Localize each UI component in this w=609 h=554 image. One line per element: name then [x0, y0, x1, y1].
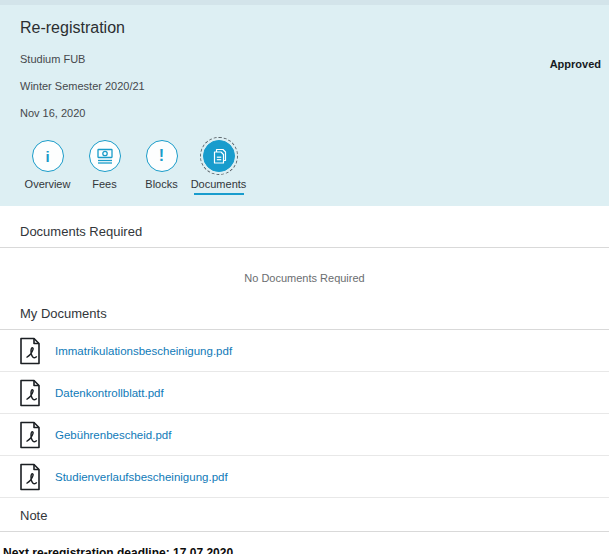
- tab-overview[interactable]: i Overview: [19, 140, 76, 200]
- document-link[interactable]: Gebührenbescheid.pdf: [55, 429, 171, 441]
- pdf-icon: [18, 337, 42, 365]
- program-label: Studium FUB: [20, 46, 609, 73]
- page-title: Re-registration: [0, 5, 609, 37]
- pdf-icon: [18, 421, 42, 449]
- tab-documents[interactable]: Documents: [190, 140, 247, 200]
- document-link[interactable]: Datenkontrollblatt.pdf: [55, 387, 164, 399]
- document-row: Datenkontrollblatt.pdf: [0, 372, 609, 414]
- deadline-label: Next re-registration deadline:: [3, 546, 170, 554]
- alert-glyph: !: [159, 147, 164, 165]
- tab-fees[interactable]: Fees: [76, 140, 133, 200]
- document-link[interactable]: Studienverlaufsbescheinigung.pdf: [55, 471, 228, 483]
- my-documents-header: My Documents: [0, 296, 609, 330]
- tab-documents-label: Documents: [191, 178, 247, 190]
- alert-icon: !: [146, 140, 178, 172]
- money-bill-icon: [89, 140, 121, 172]
- date-label: Nov 16, 2020: [20, 100, 609, 127]
- header-fields: Studium FUB Winter Semester 2020/21 Nov …: [0, 46, 609, 127]
- tab-blocks-label: Blocks: [145, 178, 177, 190]
- my-documents-list: Immatrikulationsbescheinigung.pdf Datenk…: [0, 330, 609, 498]
- re-registration-page: Re-registration Studium FUB Winter Semes…: [0, 0, 609, 554]
- pdf-icon: [18, 379, 42, 407]
- deadline-text: Next re-registration deadline: 17.07.202…: [0, 532, 609, 554]
- tab-blocks[interactable]: ! Blocks: [133, 140, 190, 200]
- tab-fees-label: Fees: [92, 178, 116, 190]
- info-glyph: i: [45, 148, 49, 165]
- deadline-value: 17.07.2020: [173, 546, 233, 554]
- document-row: Studienverlaufsbescheinigung.pdf: [0, 456, 609, 498]
- content-area: Documents Required No Documents Required…: [0, 214, 609, 554]
- document-link[interactable]: Immatrikulationsbescheinigung.pdf: [55, 345, 232, 357]
- note-header: Note: [0, 498, 609, 532]
- tab-overview-label: Overview: [25, 178, 71, 190]
- semester-label: Winter Semester 2020/21: [20, 73, 609, 100]
- document-row: Immatrikulationsbescheinigung.pdf: [0, 330, 609, 372]
- pdf-icon: [18, 463, 42, 491]
- page-header: Re-registration Studium FUB Winter Semes…: [0, 0, 609, 206]
- document-row: Gebührenbescheid.pdf: [0, 414, 609, 456]
- no-documents-message: No Documents Required: [0, 248, 609, 284]
- status-badge: Approved: [550, 58, 601, 70]
- icon-tab-bar: i Overview Fees !: [0, 140, 609, 200]
- info-icon: i: [32, 140, 64, 172]
- documents-icon: [203, 140, 235, 172]
- documents-required-header: Documents Required: [0, 214, 609, 248]
